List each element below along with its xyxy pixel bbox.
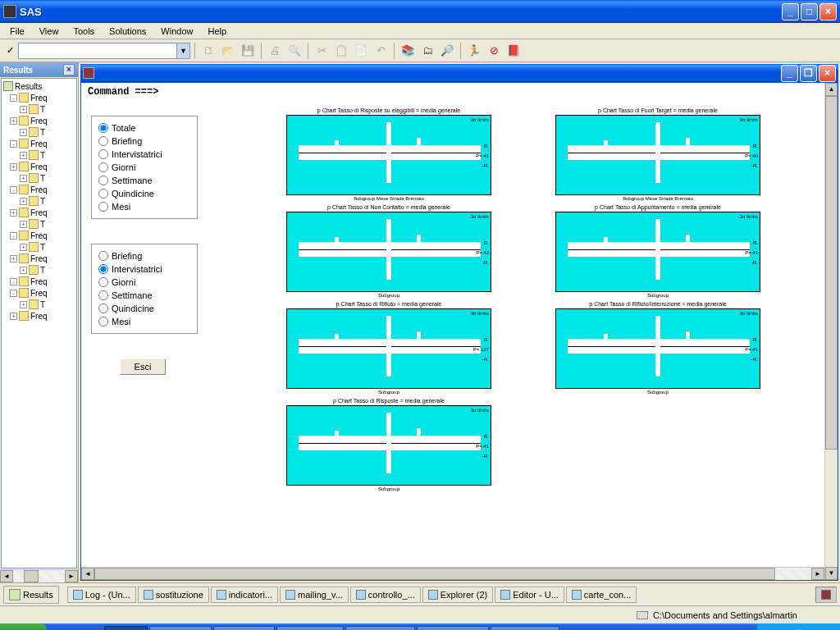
tree-node[interactable]: +T bbox=[3, 299, 75, 310]
scroll-left-icon[interactable]: ◄ bbox=[81, 568, 94, 580]
menu-file[interactable]: File bbox=[3, 25, 31, 38]
tree-node[interactable]: +T bbox=[3, 126, 75, 138]
library-icon[interactable]: 📚 bbox=[399, 42, 417, 60]
radio-option[interactable]: Mesi bbox=[98, 200, 190, 213]
expand-icon[interactable]: + bbox=[10, 117, 17, 125]
start-button[interactable]: start bbox=[0, 623, 47, 630]
new-icon[interactable]: 🗋 bbox=[199, 42, 217, 60]
scroll-up-icon[interactable]: ▲ bbox=[825, 83, 838, 96]
tree-node[interactable]: -Freq bbox=[3, 184, 75, 195]
radio-option[interactable]: Quindicine bbox=[98, 302, 190, 315]
help-icon[interactable]: 📕 bbox=[504, 42, 523, 60]
expand-icon[interactable]: - bbox=[10, 278, 17, 285]
save-icon[interactable]: 💾 bbox=[239, 42, 257, 60]
radio-option[interactable]: Intervistatrici bbox=[98, 148, 190, 161]
radio-input[interactable] bbox=[98, 176, 108, 185]
radio-option[interactable]: Briefing bbox=[98, 249, 190, 262]
gw-close-button[interactable]: × bbox=[819, 65, 836, 82]
radio-input[interactable] bbox=[98, 264, 108, 274]
radio-option[interactable]: Settimane bbox=[98, 174, 190, 187]
radio-input[interactable] bbox=[98, 277, 108, 287]
taskbar-task[interactable]: 2 Esplo... bbox=[149, 626, 212, 630]
expand-icon[interactable]: + bbox=[10, 209, 17, 217]
scroll-down-icon[interactable]: ▼ bbox=[825, 567, 838, 580]
menu-view[interactable]: View bbox=[33, 25, 66, 38]
radio-option[interactable]: Mesi bbox=[98, 315, 190, 328]
scroll-right-icon[interactable]: ► bbox=[811, 568, 824, 580]
taskbar-task[interactable]: Telnet ca... bbox=[491, 626, 559, 630]
tree-node[interactable]: +Freq bbox=[3, 207, 75, 218]
graph-vscroll[interactable]: ▲ ▼ bbox=[824, 83, 838, 580]
window-tab[interactable]: controllo_... bbox=[350, 587, 421, 603]
dropdown-icon[interactable]: ▼ bbox=[176, 43, 189, 58]
expand-icon[interactable]: + bbox=[10, 255, 17, 262]
open-icon[interactable]: 📂 bbox=[219, 42, 237, 60]
expand-icon[interactable]: + bbox=[20, 152, 27, 159]
expand-icon[interactable]: + bbox=[20, 301, 27, 308]
close-button[interactable]: × bbox=[819, 3, 837, 21]
gw-restore-button[interactable]: ❐ bbox=[800, 65, 817, 82]
radio-input[interactable] bbox=[98, 202, 108, 212]
find-icon[interactable]: 🔎 bbox=[438, 42, 456, 60]
radio-option[interactable]: Intervistatrici bbox=[98, 262, 190, 276]
radio-input[interactable] bbox=[98, 162, 108, 172]
tree-node[interactable]: +Freq bbox=[3, 253, 75, 264]
stop-icon[interactable]: ⊘ bbox=[485, 42, 503, 60]
expand-icon[interactable]: + bbox=[20, 221, 27, 228]
tree-node[interactable]: +Freq bbox=[3, 161, 75, 172]
window-tab[interactable]: Log - (Un... bbox=[67, 587, 136, 603]
window-tab[interactable]: mailing_v... bbox=[280, 587, 349, 603]
preview-icon[interactable]: 🔍 bbox=[285, 42, 304, 60]
radio-input[interactable] bbox=[98, 304, 108, 313]
expand-icon[interactable]: + bbox=[20, 129, 27, 136]
radio-input[interactable] bbox=[98, 149, 108, 159]
window-tab[interactable]: sostituzione bbox=[138, 587, 209, 603]
run-icon[interactable]: 🏃 bbox=[465, 42, 483, 60]
menu-solutions[interactable]: Solutions bbox=[103, 25, 153, 38]
command-prompt[interactable]: Command ===> bbox=[88, 86, 158, 98]
radio-option[interactable]: Giorni bbox=[98, 276, 190, 289]
taskbar-task[interactable]: Microsoft... bbox=[345, 626, 415, 630]
tree-node[interactable]: +Freq bbox=[3, 115, 75, 126]
window-tab[interactable]: Editor - U... bbox=[495, 587, 564, 603]
window-tab[interactable]: carte_con... bbox=[566, 587, 637, 603]
window-tab[interactable]: indicatori... bbox=[211, 587, 278, 603]
radio-option[interactable]: Briefing bbox=[98, 135, 190, 148]
radio-option[interactable]: Quindicine bbox=[98, 187, 190, 200]
close-panel-icon[interactable]: × bbox=[63, 64, 75, 75]
results-tree[interactable]: Results -Freq+T+Freq+T-Freq+T+Freq+T-Fre… bbox=[1, 78, 77, 568]
tree-node[interactable]: -Freq bbox=[3, 230, 75, 241]
gw-minimize-button[interactable]: _ bbox=[781, 65, 798, 82]
tree-node[interactable]: +T bbox=[3, 195, 75, 207]
expand-icon[interactable]: + bbox=[20, 198, 27, 205]
radio-option[interactable]: Totale bbox=[98, 121, 190, 135]
tree-node[interactable]: -Freq bbox=[3, 276, 75, 287]
tree-node[interactable]: +T bbox=[3, 149, 75, 161]
esci-button[interactable]: Esci bbox=[120, 358, 166, 375]
tree-node[interactable]: -Freq bbox=[3, 138, 75, 149]
scroll-left-icon[interactable]: ◄ bbox=[0, 570, 13, 582]
menu-help[interactable]: Help bbox=[201, 25, 233, 38]
radio-input[interactable] bbox=[98, 123, 108, 133]
radio-option[interactable]: Settimane bbox=[98, 289, 190, 302]
expand-icon[interactable]: + bbox=[10, 313, 17, 320]
explorer-icon[interactable]: 🗂 bbox=[418, 42, 436, 60]
expand-icon[interactable]: - bbox=[10, 94, 17, 102]
expand-icon[interactable]: - bbox=[10, 186, 17, 194]
radio-input[interactable] bbox=[98, 251, 108, 261]
radio-input[interactable] bbox=[98, 136, 108, 146]
maximize-button[interactable]: □ bbox=[801, 3, 818, 21]
menu-window[interactable]: Window bbox=[154, 25, 199, 38]
cut-icon[interactable]: ✂ bbox=[313, 42, 331, 60]
graph-tab[interactable] bbox=[815, 587, 837, 603]
tree-node[interactable]: -Freq bbox=[3, 92, 75, 103]
submit-icon[interactable]: ✓ bbox=[3, 45, 16, 56]
tree-hscroll[interactable]: ◄ ► bbox=[0, 569, 78, 582]
tree-node[interactable]: +T bbox=[3, 218, 75, 230]
tree-node[interactable]: +T bbox=[3, 103, 75, 115]
taskbar-task[interactable]: WS_FTP ... bbox=[417, 626, 489, 630]
scroll-right-icon[interactable]: ► bbox=[65, 570, 78, 582]
expand-icon[interactable]: + bbox=[20, 244, 27, 251]
expand-icon[interactable]: - bbox=[10, 140, 17, 148]
tree-node[interactable]: +T bbox=[3, 241, 75, 253]
